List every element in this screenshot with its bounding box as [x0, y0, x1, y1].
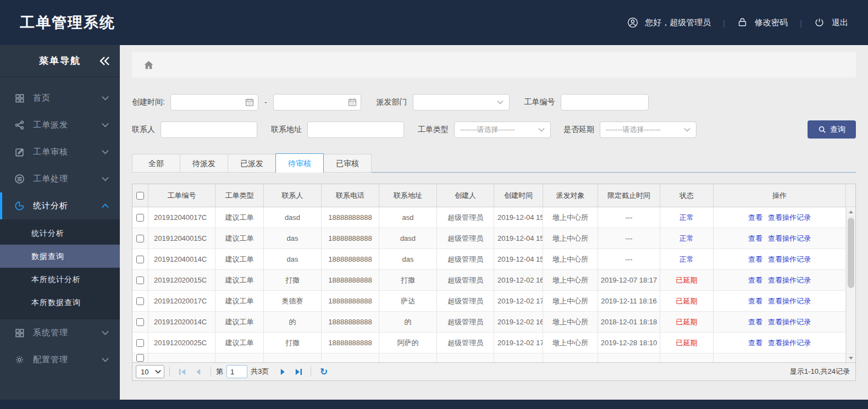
view-log-link[interactable]: 查看操作记录 [768, 213, 811, 223]
calendar-icon[interactable] [347, 97, 357, 107]
row-checkbox[interactable] [136, 277, 144, 284]
sidebar-item-label: 首页 [33, 93, 102, 103]
chevron-down-icon [497, 100, 504, 104]
view-link[interactable]: 查看 [748, 255, 762, 264]
sidebar-collapse-button[interactable] [98, 54, 111, 68]
sidebar-item-review[interactable]: 工单审核 [0, 139, 120, 165]
contact-address-label: 联系地址 [271, 125, 302, 135]
sidebar-item-label: 工单派发 [33, 120, 102, 130]
tab-reviewed[interactable]: 已审核 [323, 154, 372, 173]
col-ops: 操作 [714, 184, 846, 207]
cell-target: 墩上中心所 [543, 228, 598, 248]
cell-created: 2019-12-04 15 [494, 249, 543, 269]
view-link[interactable]: 查看 [748, 296, 762, 306]
contact-input[interactable] [161, 121, 257, 138]
row-checkbox[interactable] [136, 354, 144, 362]
user-greeting[interactable]: 您好，超级管理员 [627, 17, 711, 28]
select-all-checkbox[interactable] [136, 192, 144, 200]
calendar-icon[interactable] [245, 97, 255, 107]
chevron-down-icon [102, 123, 109, 128]
view-log-link[interactable]: 查看操作记录 [768, 255, 811, 264]
chevron-up-icon [102, 203, 109, 208]
view-log-link[interactable]: 查看操作记录 [768, 296, 811, 306]
tab-to-dispatch[interactable]: 待派发 [180, 154, 228, 173]
row-checkbox[interactable] [136, 235, 144, 242]
cell-creator: 超级管理员 [437, 291, 494, 311]
row-checkbox[interactable] [136, 256, 144, 263]
dispatch-dept-select[interactable] [413, 94, 510, 110]
submenu-item-local-statistics[interactable]: 本所统计分析 [0, 268, 120, 291]
cell-address: dasd [379, 228, 437, 248]
sidebar-item-statistics[interactable]: 统计分析 [0, 192, 120, 219]
scroll-up-arrow[interactable] [847, 208, 855, 217]
col-deadline: 限定截止时间 [598, 184, 660, 207]
cell-phone: 18888888888 [322, 207, 379, 228]
cell-status: 已延期 [660, 312, 714, 332]
row-checkbox[interactable] [136, 214, 144, 222]
view-link[interactable]: 查看 [748, 234, 762, 244]
search-button[interactable]: 查询 [808, 120, 856, 139]
tab-to-review[interactable]: 待审核 [275, 153, 324, 173]
view-link[interactable]: 查看 [748, 213, 762, 223]
row-select-cell [132, 333, 148, 353]
first-page-button[interactable] [176, 366, 189, 378]
col-contact: 联系人 [264, 184, 322, 207]
row-select-cell [132, 312, 148, 332]
is-delayed-select[interactable]: -------请选择------- [600, 121, 696, 138]
view-link[interactable]: 查看 [748, 338, 762, 348]
last-page-button[interactable] [292, 366, 304, 378]
tab-dispatched[interactable]: 已派发 [228, 154, 276, 173]
view-log-link[interactable]: 查看操作记录 [768, 338, 811, 348]
view-log-link[interactable]: 查看操作记录 [768, 317, 811, 327]
cell-deadline: 2019-12-11 18:16 [598, 291, 660, 311]
scrollbar-thumb[interactable] [848, 218, 854, 288]
separator [169, 367, 170, 377]
view-log-link[interactable]: 查看操作记录 [768, 275, 811, 285]
view-link[interactable]: 查看 [748, 317, 762, 327]
cell-status: 正常 [660, 207, 714, 228]
home-icon[interactable] [143, 59, 154, 71]
table-scrollbar[interactable] [846, 208, 855, 362]
row-checkbox[interactable] [136, 339, 144, 347]
refresh-icon[interactable]: ↻ [318, 366, 330, 378]
row-select-cell [132, 291, 148, 311]
breadcrumb [132, 52, 856, 78]
cell-created: 2019-12-04 15 [494, 228, 543, 248]
scroll-down-arrow[interactable] [847, 353, 855, 362]
sidebar-item-dispatch[interactable]: 工单派发 [0, 112, 120, 139]
order-no-input[interactable] [561, 94, 649, 110]
sidebar-item-process[interactable]: 工单处理 [0, 165, 120, 192]
chevron-down-icon [102, 176, 109, 181]
sidebar-item-system[interactable]: 系统管理 [0, 319, 120, 346]
page-size-select[interactable]: 10 [136, 365, 164, 378]
order-type-select[interactable]: -------请选择------- [454, 121, 551, 138]
cell-contact: das [264, 228, 322, 248]
search-button-label: 查询 [830, 125, 845, 135]
cell-address: 萨达 [379, 291, 437, 311]
sidebar-item-config[interactable]: 配置管理 [0, 346, 120, 373]
pagination-bar: 10 第 共3页 [132, 363, 856, 381]
row-checkbox[interactable] [136, 318, 144, 326]
tab-all[interactable]: 全部 [132, 154, 180, 173]
select-all-cell [132, 184, 148, 207]
change-password-button[interactable]: 修改密码 [737, 17, 788, 28]
next-page-button[interactable] [277, 366, 289, 378]
cell-target: 墩上中心所 [543, 333, 598, 353]
view-log-link[interactable]: 查看操作记录 [768, 234, 811, 244]
prev-page-button[interactable] [192, 366, 204, 378]
col-target: 派发对象 [543, 184, 598, 207]
cell-order_no: 201912020015C [148, 270, 215, 290]
view-link[interactable]: 查看 [748, 275, 762, 285]
submenu-item-data-query[interactable]: 数据查询 [0, 245, 120, 268]
cell-phone: 18888888888 [322, 333, 379, 353]
sidebar-item-home[interactable]: 首页 [0, 85, 120, 112]
submenu-item-local-data-query[interactable]: 本所数据查询 [0, 291, 120, 314]
page-number-input[interactable] [226, 365, 247, 378]
contact-address-input[interactable] [307, 121, 404, 138]
submenu-item-statistics[interactable]: 统计分析 [0, 222, 120, 245]
sidebar: 菜单导航 首页 [0, 45, 120, 400]
logout-button[interactable]: 退出 [814, 17, 848, 28]
chevron-down-icon [102, 330, 109, 335]
row-checkbox[interactable] [136, 297, 144, 305]
table-row: 201912040017C建议工单dasd18888888888asd超级管理员… [132, 207, 846, 228]
